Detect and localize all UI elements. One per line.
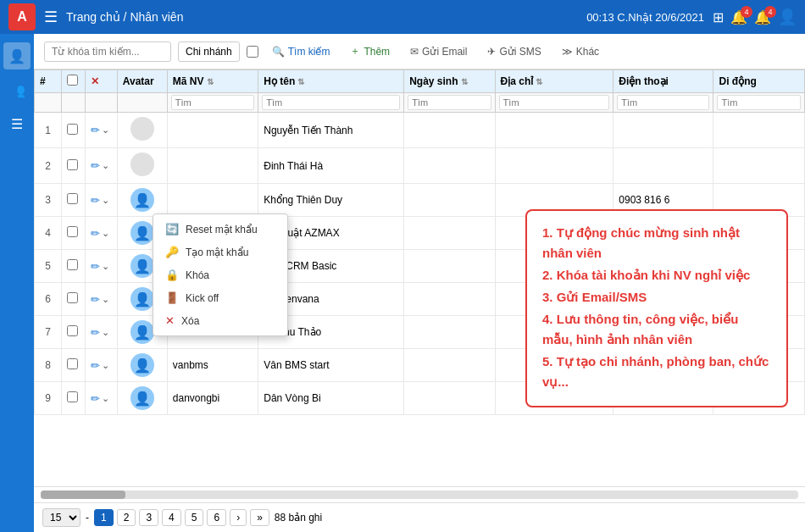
row-num: 7 xyxy=(35,316,62,349)
edit-icon[interactable]: ✏ xyxy=(91,260,100,273)
chevron-down-icon[interactable]: ⌄ xyxy=(102,393,109,404)
notif2-icon[interactable]: 🔔 4 xyxy=(754,9,771,25)
chevron-down-icon[interactable]: ⌄ xyxy=(102,160,109,171)
row-ngay-sinh xyxy=(404,382,495,415)
total-records: 88 bản ghi xyxy=(275,512,322,524)
add-button[interactable]: ＋ Thêm xyxy=(343,41,397,62)
row-ma-nv xyxy=(167,148,258,184)
edit-icon[interactable]: ✏ xyxy=(91,227,100,240)
context-menu-icon: ✕ xyxy=(165,314,175,327)
avatar-placeholder xyxy=(130,117,154,141)
chevron-down-icon[interactable]: ⌄ xyxy=(102,228,109,239)
row-num: 4 xyxy=(35,217,62,250)
filter-ho-ten[interactable] xyxy=(262,95,400,110)
context-menu-item[interactable]: 🔄 Reset mật khẩu xyxy=(153,218,287,241)
row-action-cell: ✏ ⌄ xyxy=(86,349,118,382)
menu-icon[interactable]: ☰ xyxy=(44,8,58,26)
row-ngay-sinh xyxy=(404,349,495,382)
page-btn[interactable]: 5 xyxy=(185,509,204,526)
row-dien-thoai xyxy=(613,148,713,184)
branch-select[interactable]: Chi nhánh xyxy=(178,42,240,62)
row-ma-nv xyxy=(167,184,258,217)
context-menu-item[interactable]: 🚪 Kick off xyxy=(153,286,287,309)
page-btn[interactable]: 1 xyxy=(94,509,114,526)
row-checkbox[interactable] xyxy=(67,259,78,270)
page-size-select[interactable]: 15 25 50 xyxy=(42,508,80,527)
sidebar-item-list[interactable]: ☰ xyxy=(3,110,31,137)
row-ho-ten: Khổng Thiên Duy xyxy=(258,184,404,217)
row-checkbox[interactable] xyxy=(67,226,78,237)
th-di-dong: Di động xyxy=(713,70,805,93)
edit-icon[interactable]: ✏ xyxy=(91,392,100,405)
filter-di-dong[interactable] xyxy=(717,95,801,110)
row-checkbox[interactable] xyxy=(67,325,78,336)
chevron-down-icon[interactable]: ⌄ xyxy=(102,195,109,206)
filter-ngay-sinh[interactable] xyxy=(408,95,491,110)
edit-icon[interactable]: ✏ xyxy=(91,124,100,136)
page-btn[interactable]: 6 xyxy=(207,509,226,526)
avatar: 👤 xyxy=(130,353,154,377)
logo: A xyxy=(8,3,36,30)
row-ngay-sinh xyxy=(404,316,495,349)
filter-ma-nv[interactable] xyxy=(171,95,254,110)
edit-icon[interactable]: ✏ xyxy=(91,359,100,372)
page-btn[interactable]: 2 xyxy=(117,509,136,526)
last-page-btn[interactable]: » xyxy=(250,509,269,526)
row-ngay-sinh xyxy=(404,217,495,250)
row-avatar-cell xyxy=(117,113,167,148)
chevron-down-icon[interactable]: ⌄ xyxy=(102,125,109,136)
row-checkbox[interactable] xyxy=(67,292,78,303)
user-avatar-icon[interactable]: 👤 xyxy=(778,8,797,26)
search-input[interactable] xyxy=(44,42,171,62)
notif1-icon[interactable]: 🔔 4 xyxy=(730,9,747,25)
row-ho-ten: Nguyễn Tiến Thành xyxy=(258,113,404,148)
chevron-down-icon[interactable]: ⌄ xyxy=(102,261,109,272)
row-dia-chi xyxy=(495,113,613,148)
grid-icon[interactable]: ⊞ xyxy=(713,9,724,25)
row-checkbox[interactable] xyxy=(67,159,78,170)
table-container: # ✕ Avatar Mã NV⇅ Họ tên⇅ Ngày sinh⇅ xyxy=(34,69,805,486)
chevron-down-icon[interactable]: ⌄ xyxy=(102,294,109,305)
context-menu-item[interactable]: 🔑 Tạo mật khẩu xyxy=(153,241,287,263)
row-checkbox[interactable] xyxy=(67,124,78,135)
sms-button[interactable]: ✈ Gửi SMS xyxy=(480,42,547,61)
topbar-right: 00:13 C.Nhật 20/6/2021 ⊞ 🔔 4 🔔 4 👤 xyxy=(586,8,797,26)
sidebar-item-user[interactable]: 👤 xyxy=(3,42,31,69)
search-button[interactable]: 🔍 Tìm kiếm xyxy=(265,42,337,61)
row-action-cell: ✏ ⌄ xyxy=(86,250,118,283)
edit-icon[interactable]: ✏ xyxy=(91,194,100,207)
chevron-down-icon[interactable]: ⌄ xyxy=(102,327,109,338)
edit-icon[interactable]: ✏ xyxy=(91,293,100,306)
action-icons: ✏ ⌄ xyxy=(91,194,112,207)
row-checkbox[interactable] xyxy=(67,358,78,369)
chevron-down-icon[interactable]: ⌄ xyxy=(102,360,109,371)
table-header-row: # ✕ Avatar Mã NV⇅ Họ tên⇅ Ngày sinh⇅ xyxy=(35,70,805,93)
filter-dia-chi[interactable] xyxy=(499,95,610,110)
next-page-btn[interactable]: › xyxy=(230,509,247,526)
horizontal-scrollbar[interactable] xyxy=(34,486,805,502)
topbar-icons: ⊞ 🔔 4 🔔 4 👤 xyxy=(713,8,797,26)
table-filter-row xyxy=(35,93,805,113)
add-icon: ＋ xyxy=(350,44,360,58)
branch-checkbox[interactable] xyxy=(247,46,258,58)
edit-icon[interactable]: ✏ xyxy=(91,159,100,172)
row-dien-thoai xyxy=(613,113,713,148)
edit-icon[interactable]: ✏ xyxy=(91,326,100,339)
select-all-checkbox[interactable] xyxy=(67,75,78,86)
row-checkbox[interactable] xyxy=(67,193,78,204)
context-menu-icon: 🔑 xyxy=(165,246,179,258)
filter-dien-thoai[interactable] xyxy=(617,95,709,110)
row-checkbox[interactable] xyxy=(67,391,78,402)
topbar: A ☰ Trang chủ / Nhân viên 00:13 C.Nhật 2… xyxy=(0,0,805,34)
page-btn[interactable]: 3 xyxy=(139,509,158,526)
email-button[interactable]: ✉ Gửi Email xyxy=(403,42,474,61)
sidebar-item-group[interactable]: 👥 xyxy=(3,76,31,103)
action-icons: ✏ ⌄ xyxy=(91,159,112,172)
other-button[interactable]: ≫ Khác xyxy=(555,42,606,61)
context-menu-item[interactable]: ✕ Xóa xyxy=(153,309,287,332)
context-menu-item[interactable]: 🔒 Khóa xyxy=(153,263,287,286)
context-menu-icon: 🔒 xyxy=(165,269,179,281)
th-checkbox xyxy=(62,70,86,93)
page-btn[interactable]: 4 xyxy=(162,509,181,526)
row-ho-ten: Đinh Thái Hà xyxy=(258,148,404,184)
